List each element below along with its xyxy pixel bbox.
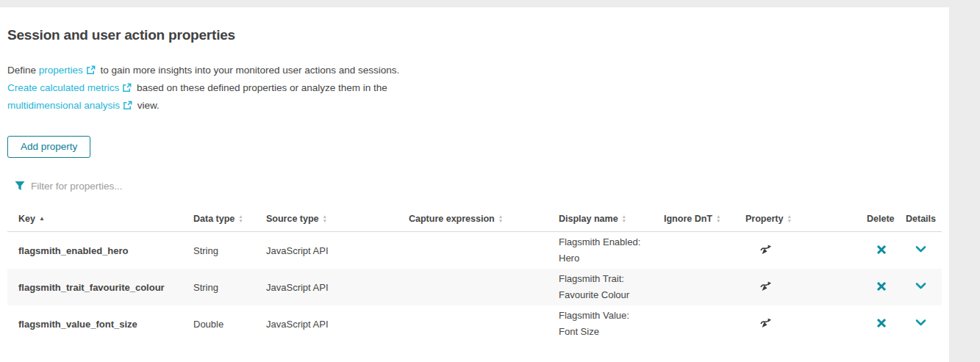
delete-cell xyxy=(867,280,906,294)
create-calculated-metrics-link[interactable]: Create calculated metrics xyxy=(7,82,119,93)
column-header-details: Details xyxy=(906,214,942,224)
properties-table: Key▲ Data type▲▼ Source type▲▼ Capture e… xyxy=(7,206,942,342)
column-label: Key xyxy=(18,214,35,224)
delete-cell xyxy=(867,244,906,258)
column-header-property[interactable]: Property▲▼ xyxy=(745,214,867,224)
details-chevron-icon[interactable] xyxy=(914,316,928,330)
display-name-line: Flagsmith Value: xyxy=(559,308,664,324)
display-name-line: Flagsmith Trait: xyxy=(559,271,664,287)
display-name-cell: Flagsmith Enabled:Hero xyxy=(559,234,664,267)
property-key: flagsmith_value_font_size xyxy=(18,319,193,330)
delete-icon[interactable] xyxy=(876,244,887,256)
details-chevron-icon[interactable] xyxy=(914,242,928,256)
sort-icon: ▲▼ xyxy=(498,214,503,222)
delete-cell xyxy=(867,317,906,331)
sort-icon: ▲▼ xyxy=(238,214,243,222)
column-label: Data type xyxy=(193,214,235,224)
intro-line-3: multidimensional analysis view. xyxy=(7,97,949,115)
external-link-icon xyxy=(123,101,132,110)
page-title: Session and user action properties xyxy=(7,27,949,43)
display-name-line: Hero xyxy=(559,250,664,267)
column-label: Display name xyxy=(559,214,618,224)
column-label: Delete xyxy=(867,214,895,224)
user-action-property-icon xyxy=(759,316,773,330)
data-type-cell: String xyxy=(193,282,266,293)
sort-icon: ▲▼ xyxy=(622,214,626,222)
table-row: flagsmith_enabled_hero String JavaScript… xyxy=(7,232,942,269)
sort-icon: ▲▼ xyxy=(716,214,720,222)
details-cell xyxy=(906,316,942,332)
column-label: Source type xyxy=(266,214,319,224)
display-name-line: Flagsmith Enabled: xyxy=(559,234,664,250)
details-cell xyxy=(906,279,942,295)
column-header-data-type[interactable]: Data type▲▼ xyxy=(193,214,266,224)
source-type-cell: JavaScript API xyxy=(266,282,409,293)
filter-funnel-icon xyxy=(15,181,25,191)
column-label: Ignore DnT xyxy=(664,214,712,224)
filter-bar xyxy=(15,179,949,192)
intro-line-1: Define properties to gain more insights … xyxy=(7,62,949,79)
property-key: flagsmith_trait_favourite_colour xyxy=(18,282,193,293)
details-chevron-icon[interactable] xyxy=(914,279,928,293)
details-cell xyxy=(906,242,942,258)
intro-paragraph: Define properties to gain more insights … xyxy=(7,62,949,115)
display-name-cell: Flagsmith Trait:Favourite Colour xyxy=(559,271,664,303)
display-name-line: Font Size xyxy=(559,324,664,340)
column-header-delete: Delete xyxy=(867,214,906,224)
display-name-cell: Flagsmith Value:Font Size xyxy=(559,308,664,340)
property-type-cell xyxy=(745,316,867,332)
external-link-icon xyxy=(122,83,132,93)
column-header-capture-expression[interactable]: Capture expression▲▼ xyxy=(409,214,559,224)
user-action-property-icon xyxy=(759,279,773,293)
intro-text: view. xyxy=(135,100,160,111)
table-header-row: Key▲ Data type▲▼ Source type▲▼ Capture e… xyxy=(7,206,942,232)
delete-icon[interactable] xyxy=(876,317,887,329)
intro-text: based on these defined properties or ana… xyxy=(134,82,387,93)
property-type-cell xyxy=(745,279,867,295)
table-row: flagsmith_trait_favourite_colour String … xyxy=(7,269,942,305)
column-header-ignore-dnt[interactable]: Ignore DnT▲▼ xyxy=(664,214,745,224)
column-label: Details xyxy=(906,214,936,224)
data-type-cell: String xyxy=(193,245,266,256)
intro-text: Define xyxy=(7,65,39,76)
external-link-icon xyxy=(86,65,96,75)
column-header-source-type[interactable]: Source type▲▼ xyxy=(266,214,409,224)
column-label: Property xyxy=(745,214,783,224)
properties-link[interactable]: properties xyxy=(39,65,83,76)
content-panel: Session and user action properties Defin… xyxy=(0,7,949,362)
column-header-key[interactable]: Key▲ xyxy=(18,214,193,224)
multidimensional-analysis-link[interactable]: multidimensional analysis xyxy=(7,100,120,111)
delete-icon[interactable] xyxy=(876,280,887,292)
data-type-cell: Double xyxy=(193,319,266,330)
property-key: flagsmith_enabled_hero xyxy=(18,245,193,256)
intro-line-2: Create calculated metrics based on these… xyxy=(7,79,949,97)
column-label: Capture expression xyxy=(409,214,495,224)
source-type-cell: JavaScript API xyxy=(266,245,409,256)
intro-text: to gain more insights into your monitore… xyxy=(98,65,399,76)
filter-properties-input[interactable] xyxy=(31,181,340,192)
column-header-display-name[interactable]: Display name▲▼ xyxy=(559,214,664,224)
add-property-button[interactable]: Add property xyxy=(7,136,90,158)
source-type-cell: JavaScript API xyxy=(266,319,409,330)
display-name-line: Favourite Colour xyxy=(559,287,664,303)
sort-icon: ▲▼ xyxy=(787,214,791,222)
user-action-property-icon xyxy=(759,242,773,256)
sort-icon: ▲▼ xyxy=(323,214,327,222)
table-row: flagsmith_value_font_size Double JavaScr… xyxy=(7,305,942,342)
property-type-cell xyxy=(745,242,867,258)
sort-ascending-icon: ▲ xyxy=(39,216,45,222)
